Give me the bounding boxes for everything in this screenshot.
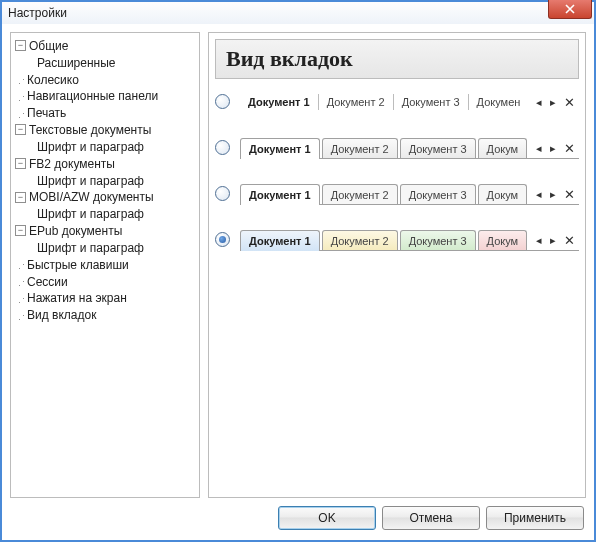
scroll-right-icon[interactable]: ▸ <box>546 188 560 201</box>
scroll-left-icon[interactable]: ◂ <box>532 234 546 247</box>
expander-icon[interactable]: − <box>15 158 26 169</box>
tab-preview-2: Документ 1 Документ 2 Документ 3 Докум ◂… <box>240 135 579 159</box>
preview-tab: Документ 3 <box>400 184 476 205</box>
title-bar: Настройки <box>2 2 594 24</box>
tree-item-general[interactable]: Общие <box>29 39 68 53</box>
style-radio-4[interactable] <box>215 232 230 247</box>
expander-icon[interactable]: − <box>15 40 26 51</box>
style-option-1: Документ 1 Документ 2 Документ 3 Докумен… <box>215 89 579 113</box>
preview-tab: Документ 2 <box>322 230 398 251</box>
category-tree: −Общие Расширенные Колесико Навигационны… <box>10 32 200 498</box>
style-radio-3[interactable] <box>215 186 230 201</box>
close-tab-icon[interactable]: ✕ <box>560 141 579 156</box>
preview-tab: Документ 3 <box>393 94 468 110</box>
preview-tab: Документ 2 <box>318 94 393 110</box>
preview-tab: Докум <box>478 230 528 251</box>
panel-heading: Вид вкладок <box>215 39 579 79</box>
apply-button[interactable]: Применить <box>486 506 584 530</box>
tree-item-epub-docs[interactable]: EPub документы <box>29 224 122 238</box>
scroll-right-icon[interactable]: ▸ <box>546 96 560 109</box>
window-close-button[interactable] <box>548 0 592 19</box>
style-option-4: Документ 1 Документ 2 Документ 3 Докум ◂… <box>215 227 579 251</box>
preview-tab: Документ 3 <box>400 138 476 159</box>
preview-tab: Докум <box>478 184 528 205</box>
window-title: Настройки <box>8 6 67 20</box>
tree-item-nav-panels[interactable]: Навигационные панели <box>27 89 158 103</box>
preview-tab: Документ 3 <box>400 230 476 251</box>
tab-controls: ◂ ▸ ✕ <box>532 183 579 205</box>
scroll-left-icon[interactable]: ◂ <box>532 96 546 109</box>
tree-item-tab-style[interactable]: Вид вкладок <box>27 308 96 322</box>
close-tab-icon[interactable]: ✕ <box>560 187 579 202</box>
tree-item-font-paragraph[interactable]: Шрифт и параграф <box>37 241 144 255</box>
preview-tab: Документ 1 <box>240 138 320 159</box>
tab-preview-4: Документ 1 Документ 2 Документ 3 Докум ◂… <box>240 227 579 251</box>
preview-tab: Документ 1 <box>240 184 320 205</box>
tab-controls: ◂ ▸ ✕ <box>532 137 579 159</box>
tab-controls: ◂ ▸ ✕ <box>532 91 579 113</box>
tree-item-mobi-docs[interactable]: MOBI/AZW документы <box>29 190 154 204</box>
tree-item-text-docs[interactable]: Текстовые документы <box>29 123 151 137</box>
preview-tab: Документ 1 <box>240 230 320 251</box>
scroll-right-icon[interactable]: ▸ <box>546 142 560 155</box>
scroll-left-icon[interactable]: ◂ <box>532 142 546 155</box>
preview-tab: Документ 1 <box>240 94 318 110</box>
preview-tab: Докум <box>478 138 528 159</box>
tree-item-print[interactable]: Печать <box>27 106 66 120</box>
tree-item-font-paragraph[interactable]: Шрифт и параграф <box>37 173 144 187</box>
tree-item-taps[interactable]: Нажатия на экран <box>27 291 127 305</box>
settings-window: Настройки −Общие Расширенные Колесико На… <box>0 0 596 542</box>
expander-icon[interactable]: − <box>15 124 26 135</box>
tree-item-advanced[interactable]: Расширенные <box>37 56 116 70</box>
expander-icon[interactable]: − <box>15 225 26 236</box>
preview-tab: Документ 2 <box>322 184 398 205</box>
style-radio-2[interactable] <box>215 140 230 155</box>
tab-controls: ◂ ▸ ✕ <box>532 229 579 251</box>
tab-preview-3: Документ 1 Документ 2 Документ 3 Докум ◂… <box>240 181 579 205</box>
panel-title: Вид вкладок <box>226 46 568 72</box>
preview-tab: Докумен <box>468 94 529 110</box>
close-icon <box>565 4 575 14</box>
tree-item-hotkeys[interactable]: Быстрые клавиши <box>27 258 129 272</box>
scroll-left-icon[interactable]: ◂ <box>532 188 546 201</box>
dialog-body: −Общие Расширенные Колесико Навигационны… <box>2 24 594 540</box>
close-tab-icon[interactable]: ✕ <box>560 233 579 248</box>
dialog-top: −Общие Расширенные Колесико Навигационны… <box>10 32 586 498</box>
style-option-3: Документ 1 Документ 2 Документ 3 Докум ◂… <box>215 181 579 205</box>
cancel-button[interactable]: Отмена <box>382 506 480 530</box>
style-option-2: Документ 1 Документ 2 Документ 3 Докум ◂… <box>215 135 579 159</box>
expander-icon[interactable]: − <box>15 192 26 203</box>
tree-item-wheel[interactable]: Колесико <box>27 72 79 86</box>
tree-item-fb2-docs[interactable]: FB2 документы <box>29 157 115 171</box>
tab-preview-1: Документ 1 Документ 2 Документ 3 Докумен… <box>240 89 579 113</box>
tab-style-options: Документ 1 Документ 2 Документ 3 Докумен… <box>209 85 585 255</box>
close-tab-icon[interactable]: ✕ <box>560 95 579 110</box>
content-panel: Вид вкладок Документ 1 Документ 2 Докуме… <box>208 32 586 498</box>
tree-item-font-paragraph[interactable]: Шрифт и параграф <box>37 207 144 221</box>
tree-item-sessions[interactable]: Сессии <box>27 274 68 288</box>
dialog-buttons: OK Отмена Применить <box>10 506 586 532</box>
style-radio-1[interactable] <box>215 94 230 109</box>
scroll-right-icon[interactable]: ▸ <box>546 234 560 247</box>
tree-item-font-paragraph[interactable]: Шрифт и параграф <box>37 140 144 154</box>
ok-button[interactable]: OK <box>278 506 376 530</box>
preview-tab: Документ 2 <box>322 138 398 159</box>
